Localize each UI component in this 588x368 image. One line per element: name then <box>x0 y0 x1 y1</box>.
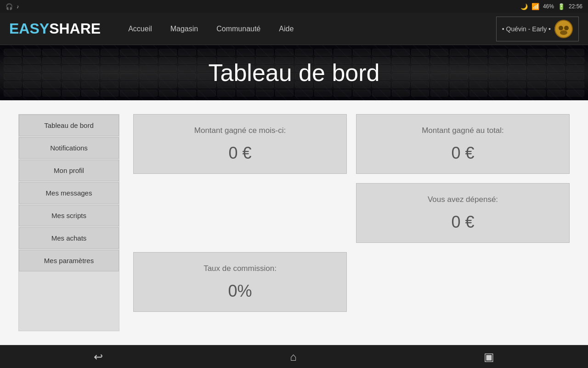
stat-commission-value: 0% <box>228 282 252 301</box>
battery-percent: 46% <box>543 3 554 10</box>
stat-montant-mois: Montant gagné ce mois-ci: 0 € <box>133 114 347 174</box>
bottom-bar: ↩ ⌂ ▣ <box>0 345 588 368</box>
avatar <box>554 20 573 38</box>
sidebar-item-mon-profil[interactable]: Mon profil <box>19 160 119 181</box>
battery-icon: 🔋 <box>558 3 565 10</box>
logo-easy: EASY <box>9 20 49 37</box>
user-badge[interactable]: • Quévin - Early • <box>496 17 579 41</box>
stat-depense-value: 0 € <box>451 213 474 232</box>
sidebar-item-mes-scripts[interactable]: Mes scripts <box>19 205 119 226</box>
hero-banner: document.write(Array(180).fill('<div cla… <box>0 45 588 100</box>
home-button[interactable]: ⌂ <box>281 347 306 367</box>
stat-commission: Taux de commission: 0% <box>133 252 347 312</box>
music-icon: ♪ <box>17 4 19 9</box>
nav-aide[interactable]: Aide <box>279 25 294 33</box>
svg-point-4 <box>560 30 567 35</box>
stat-montant-mois-label: Montant gagné ce mois-ci: <box>194 125 286 136</box>
sidebar-item-mes-messages[interactable]: Mes messages <box>19 182 119 204</box>
nav-accueil[interactable]: Accueil <box>128 25 152 33</box>
dashboard-grid: Montant gagné ce mois-ci: 0 € Montant ga… <box>133 114 570 331</box>
status-bar: 🎧 ♪ 🌙 📶 46% 🔋 22:56 <box>0 0 588 13</box>
nav-links: Accueil Magasin Communauté Aide <box>128 25 496 33</box>
sidebar-item-mes-parametres[interactable]: Mes paramètres <box>19 250 119 271</box>
clock: 22:56 <box>569 3 582 10</box>
sidebar-item-mes-achats[interactable]: Mes achats <box>19 227 119 249</box>
moon-icon: 🌙 <box>520 3 528 10</box>
page-title: Tableau de bord <box>209 59 380 86</box>
headphones-icon: 🎧 <box>6 3 13 10</box>
nav-communaute[interactable]: Communauté <box>216 25 260 33</box>
svg-point-2 <box>559 26 563 30</box>
user-label: • Quévin - Early • <box>502 25 551 33</box>
main-content: Tableau de bord Notifications Mon profil… <box>0 100 588 345</box>
nav-magasin[interactable]: Magasin <box>170 25 198 33</box>
sidebar: Tableau de bord Notifications Mon profil… <box>18 114 119 331</box>
logo-share: SHARE <box>49 20 101 37</box>
logo[interactable]: EASYSHARE <box>9 20 101 37</box>
svg-point-3 <box>564 26 569 30</box>
stat-depense-label: Vous avez dépensé: <box>428 194 498 205</box>
sidebar-item-tableau-de-bord[interactable]: Tableau de bord <box>19 115 119 136</box>
stat-commission-label: Taux de commission: <box>204 263 277 274</box>
windows-button[interactable]: ▣ <box>475 347 503 367</box>
stat-montant-total: Montant gagné au total: 0 € <box>356 114 570 174</box>
stat-montant-total-label: Montant gagné au total: <box>422 125 504 136</box>
stat-montant-total-value: 0 € <box>451 144 474 163</box>
stat-depense: Vous avez dépensé: 0 € <box>356 183 570 243</box>
navbar: EASYSHARE Accueil Magasin Communauté Aid… <box>0 13 588 45</box>
sidebar-item-notifications[interactable]: Notifications <box>19 137 119 159</box>
wifi-icon: 📶 <box>531 3 539 10</box>
back-button[interactable]: ↩ <box>85 347 112 367</box>
stat-montant-mois-value: 0 € <box>228 144 251 163</box>
